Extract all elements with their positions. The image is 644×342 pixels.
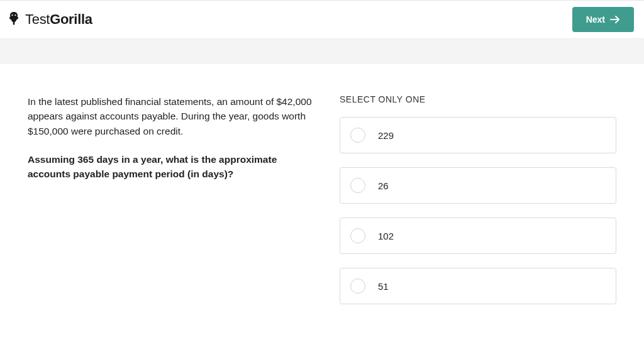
radio-icon [350,128,365,143]
answers-column: SELECT ONLY ONE 229 26 102 51 [340,94,616,318]
app-header: TestGorilla Next [0,1,644,39]
question-text-column: In the latest published financial statem… [28,94,314,318]
header-band [0,39,644,64]
answer-option-3[interactable]: 51 [340,268,616,304]
radio-icon [350,228,365,243]
answer-option-label: 102 [378,231,394,241]
brand-logo: TestGorilla [6,11,92,28]
radio-icon [350,178,365,193]
question-content: In the latest published financial statem… [0,64,644,318]
question-context: In the latest published financial statem… [28,94,314,138]
answer-option-1[interactable]: 26 [340,167,616,204]
arrow-right-icon [610,15,620,24]
answer-option-2[interactable]: 102 [340,218,616,254]
answer-option-label: 51 [378,281,389,292]
brand-name: TestGorilla [25,11,92,28]
question-prompt: Assuming 365 days in a year, what is the… [28,152,314,182]
answer-option-label: 26 [378,180,389,191]
gorilla-icon [6,11,21,28]
radio-icon [350,279,365,294]
next-button-label: Next [586,14,605,25]
next-button[interactable]: Next [572,7,634,32]
answer-option-label: 229 [378,130,394,141]
answer-instruction: SELECT ONLY ONE [340,94,616,104]
answer-option-0[interactable]: 229 [340,117,616,153]
